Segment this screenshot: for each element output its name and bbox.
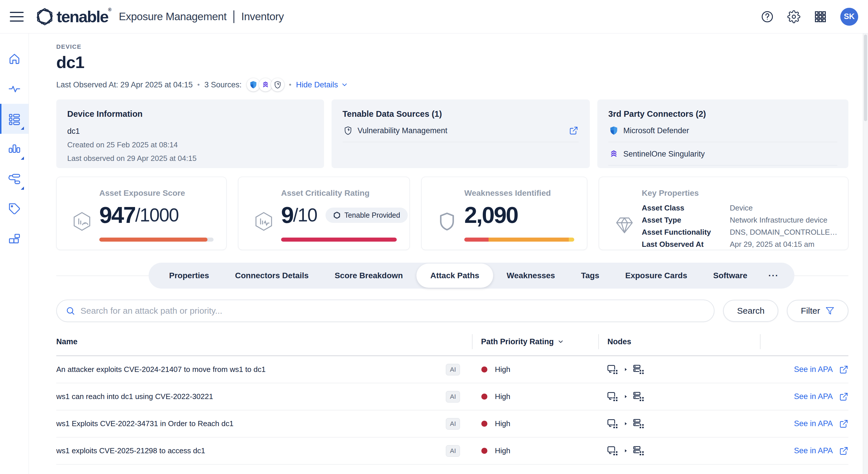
filter-funnel-icon	[825, 306, 835, 315]
table-row[interactable]: An attacker exploits CVE-2024-21407 to m…	[56, 356, 848, 383]
attack-path-name: ws1 can reach into dc1 using CVE-2022-30…	[56, 392, 213, 401]
card-title: Device Information	[67, 109, 313, 119]
priority-dot	[481, 421, 487, 427]
metric-max: /1000	[135, 204, 178, 226]
column-header-priority[interactable]: Path Priority Rating	[472, 334, 598, 349]
severity-segment-critical	[464, 238, 489, 242]
activity-icon	[8, 82, 21, 95]
main-content: DEVICE dc1 Last Observed At: 29 Apr 2025…	[29, 33, 868, 474]
tenable-hexagon-icon	[333, 211, 341, 219]
search-button[interactable]: Search	[723, 300, 778, 322]
sidebar-item-apps[interactable]	[0, 224, 29, 254]
external-link-icon[interactable]	[839, 365, 848, 374]
table-row[interactable]: ws1 Exploits CVE-2022-34731 in Order to …	[56, 410, 848, 437]
vertical-scrollbar[interactable]	[863, 33, 868, 474]
device-info-created: Created on 25 Feb 2025 at 08:14	[67, 140, 313, 149]
priority-dot	[481, 448, 487, 454]
bullet-separator: •	[289, 81, 291, 89]
tab-overflow-menu[interactable]: ···	[761, 266, 787, 285]
tab-software[interactable]: Software	[700, 266, 760, 285]
tab-properties[interactable]: Properties	[156, 266, 222, 285]
target-node-icon	[633, 418, 645, 430]
see-in-apa-link[interactable]: See in APA	[794, 392, 833, 401]
sort-chevron-down-icon[interactable]	[557, 338, 564, 345]
sidebar-item-activity[interactable]	[0, 74, 29, 104]
column-header-name[interactable]: Name	[56, 334, 472, 349]
sentinelone-icon[interactable]	[259, 78, 272, 91]
external-link-icon[interactable]	[839, 446, 848, 455]
metric-max: /10	[293, 204, 317, 226]
search-box[interactable]	[56, 300, 714, 322]
device-name-heading: dc1	[56, 53, 848, 72]
vulnerability-management-link[interactable]: Vulnerability Management	[343, 126, 447, 136]
metric-cards-row: Asset Exposure Score 947 /1000 Asset Cri…	[56, 177, 848, 250]
key-properties-grid: Asset Class Device Asset Type Network In…	[642, 204, 848, 249]
asset-type-kicker: DEVICE	[56, 43, 848, 50]
column-header-nodes[interactable]: Nodes	[598, 334, 760, 349]
title-divider	[234, 10, 234, 23]
target-node-icon	[633, 445, 645, 457]
table-row[interactable]: ws1 exploits CVE-2025-21298 to access dc…	[56, 437, 848, 465]
external-link-icon[interactable]	[839, 419, 848, 429]
bullet-separator: •	[197, 81, 200, 89]
key-properties-card: Key Properties Asset Class Device Asset …	[599, 177, 848, 250]
priority-label: High	[495, 446, 510, 455]
see-in-apa-link[interactable]: See in APA	[794, 419, 833, 428]
tab-weaknesses[interactable]: Weaknesses	[494, 266, 568, 285]
sentinelone-icon	[609, 149, 619, 159]
settings-gear-icon[interactable]	[787, 10, 801, 23]
external-link-icon[interactable]	[839, 392, 848, 401]
sidebar-item-attack-path[interactable]	[0, 164, 29, 194]
registered-mark: ®	[108, 7, 111, 12]
tab-tags[interactable]: Tags	[568, 266, 612, 285]
weaknesses-severity-bar	[464, 238, 574, 242]
search-input[interactable]	[81, 306, 705, 316]
sidebar-item-inventory[interactable]	[0, 104, 29, 134]
bar-chart-icon	[8, 142, 21, 156]
tenable-vm-shield-icon	[343, 126, 353, 136]
hide-details-link[interactable]: Hide Details	[296, 80, 349, 89]
source-node-icon	[607, 445, 619, 457]
sidebar-item-home[interactable]	[0, 44, 29, 74]
see-in-apa-link[interactable]: See in APA	[794, 446, 833, 455]
tenable-logo-icon	[35, 7, 54, 26]
sidebar-item-tags[interactable]	[0, 194, 29, 224]
scrollbar-thumb[interactable]	[864, 35, 867, 121]
tab-connectors-details[interactable]: Connectors Details	[222, 266, 322, 285]
attack-path-toolbar: Search Filter	[56, 300, 848, 322]
gem-icon	[614, 214, 635, 235]
ai-badge: AI	[446, 418, 460, 430]
priority-dot	[481, 394, 487, 400]
sidebar-item-dashboards[interactable]	[0, 134, 29, 164]
source-node-icon	[607, 391, 619, 403]
attack-path-name: ws1 exploits CVE-2025-21298 to access dc…	[56, 446, 205, 455]
attack-path-name: An attacker exploits CVE-2024-21407 to m…	[56, 365, 266, 374]
help-icon[interactable]	[761, 10, 774, 23]
hamburger-menu-icon[interactable]	[10, 12, 24, 22]
tab-exposure-cards[interactable]: Exposure Cards	[612, 266, 700, 285]
kp-value: Network Infrastructure device	[730, 216, 848, 225]
weaknesses-shield-icon	[437, 211, 457, 232]
path-step-chevron-icon	[623, 367, 628, 372]
tenable-data-sources-card: Tenable Data Sources (1) Vulnerability M…	[332, 99, 590, 168]
see-in-apa-link[interactable]: See in APA	[794, 365, 833, 374]
filter-button[interactable]: Filter	[787, 300, 848, 322]
attack-path-name: ws1 Exploits CVE-2022-34731 in Order to …	[56, 419, 234, 428]
metric-title: Asset Exposure Score	[99, 177, 226, 198]
external-link-icon[interactable]	[569, 126, 578, 135]
tab-divider-line	[795, 276, 848, 276]
metric-title: Key Properties	[642, 177, 848, 198]
metric-value: 9	[281, 202, 293, 228]
device-meta-row: Last Observed At: 29 Apr 2025 at 04:15 •…	[56, 78, 848, 91]
inventory-list-icon	[8, 112, 21, 126]
table-row[interactable]: ws1 can reach into dc1 using CVE-2022-30…	[56, 383, 848, 410]
home-icon	[8, 52, 21, 65]
tenable-vm-shield-icon[interactable]	[271, 78, 284, 91]
tab-attack-paths[interactable]: Attack Paths	[416, 264, 493, 288]
user-avatar[interactable]: SK	[840, 8, 858, 26]
tab-score-breakdown[interactable]: Score Breakdown	[322, 266, 416, 285]
microsoft-defender-icon[interactable]	[247, 78, 260, 91]
app-switcher-icon[interactable]	[814, 10, 827, 23]
priority-label: High	[495, 419, 510, 428]
priority-label: High	[495, 365, 510, 374]
